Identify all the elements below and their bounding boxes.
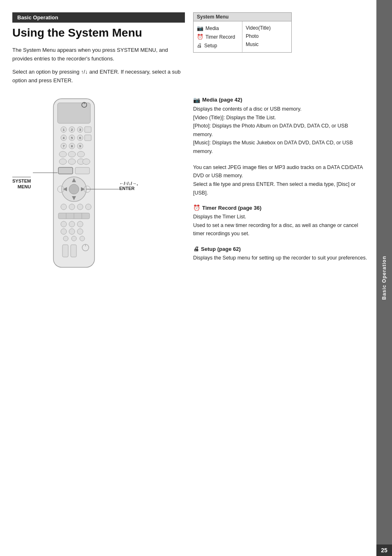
- svg-rect-59: [62, 245, 68, 257]
- svg-text:8: 8: [71, 144, 73, 148]
- svg-text:7: 7: [63, 144, 65, 148]
- right-column: System Menu 📷 Media ⏰ Timer Record: [193, 12, 368, 90]
- svg-text:4: 4: [63, 136, 65, 140]
- svg-text:9: 9: [79, 144, 81, 148]
- intro-paragraph2: Select an option by pressing ↑/↓ and ENT…: [12, 68, 185, 85]
- remote-control-svg: 1 2 3 4 5 6: [33, 97, 115, 269]
- remote-with-labels: SYSTEMMENU: [12, 97, 185, 271]
- desc-media: 📷 Media (page 42) Displays the contents …: [193, 97, 368, 156]
- section-header: Basic Operation: [12, 12, 185, 23]
- desc-setup-heading: 🖨 Setup (page 62): [193, 246, 368, 252]
- svg-point-58: [80, 236, 85, 241]
- svg-text:6: 6: [79, 136, 81, 140]
- remote-section: SYSTEMMENU: [12, 97, 185, 271]
- system-menu-label-area: SYSTEMMENU: [12, 177, 31, 190]
- svg-text:5: 5: [71, 136, 73, 140]
- desc-setup-body: Displays the Setup menu for setting up t…: [193, 254, 368, 262]
- system-menu-title: System Menu: [194, 13, 291, 21]
- middle-section: SYSTEMMENU: [12, 97, 368, 271]
- menu-item-timer: ⏰ Timer Record: [194, 32, 242, 41]
- sub-item-photo: Photo: [242, 32, 291, 40]
- desc-media-heading-text: Media (page 42): [202, 97, 242, 103]
- top-section: Basic Operation Using the System Menu Th…: [12, 12, 368, 90]
- system-menu-label: SYSTEMMENU: [12, 177, 31, 190]
- timer-icon: ⏰: [197, 34, 203, 40]
- desc-setup: 🖨 Setup (page 62) Displays the Setup men…: [193, 246, 368, 262]
- svg-rect-32: [75, 167, 90, 174]
- svg-rect-33: [58, 167, 73, 174]
- left-column: Basic Operation Using the System Menu Th…: [12, 12, 185, 90]
- svg-point-25: [68, 151, 76, 157]
- svg-point-44: [77, 204, 83, 210]
- svg-point-54: [69, 229, 75, 234]
- desc-setup-icon: 🖨: [193, 246, 199, 252]
- system-menu-left: 📷 Media ⏰ Timer Record 🖨 Setup: [194, 21, 242, 52]
- sidebar-label: Basic Operation: [381, 256, 387, 300]
- svg-point-28: [68, 159, 76, 164]
- svg-point-30: [83, 159, 90, 164]
- desc-media-body: Displays the contents of a disc or USB m…: [193, 105, 368, 156]
- svg-point-43: [69, 204, 75, 210]
- svg-point-51: [69, 221, 75, 227]
- enter-arrow-label: ←/↑/↓/→,ENTER: [119, 181, 138, 191]
- menu-item-timer-label: Timer Record: [205, 34, 235, 40]
- system-menu-table: System Menu 📷 Media ⏰ Timer Record: [193, 12, 292, 53]
- menu-item-setup-label: Setup: [204, 43, 217, 49]
- desc-timer-icon: ⏰: [193, 204, 200, 211]
- desc-timer: ⏰ Timer Record (page 36) Displays the Ti…: [193, 204, 368, 238]
- main-content: Basic Operation Using the System Menu Th…: [0, 0, 376, 556]
- menu-item-setup: 🖨 Setup: [194, 41, 242, 50]
- descriptions-section: 📷 Media (page 42) Displays the contents …: [193, 97, 368, 271]
- svg-point-55: [77, 229, 83, 234]
- svg-point-53: [61, 229, 67, 234]
- page-container: Basic Operation Using the System Menu Th…: [0, 0, 392, 556]
- svg-point-56: [63, 236, 68, 241]
- desc-jpeg-mp3: You can select JPEG image files or MP3 a…: [193, 163, 368, 197]
- svg-point-57: [71, 236, 76, 241]
- svg-rect-17: [85, 135, 91, 141]
- intro-paragraph1: The System Menu appears when you press S…: [12, 46, 185, 63]
- svg-point-45: [85, 204, 91, 210]
- page-title: Using the System Menu: [12, 27, 185, 39]
- sub-item-music: Music: [242, 40, 291, 49]
- remote-svg-wrapper: 1 2 3 4 5 6: [33, 97, 115, 271]
- desc-jpeg-body: You can select JPEG image files or MP3 a…: [193, 163, 368, 197]
- setup-icon: 🖨: [197, 42, 202, 49]
- svg-point-42: [61, 204, 67, 210]
- svg-point-35: [69, 184, 79, 194]
- desc-setup-heading-text: Setup (page 62): [201, 246, 241, 252]
- system-menu-right: Video(Title) Photo Music: [242, 21, 291, 52]
- svg-rect-1: [58, 103, 90, 123]
- menu-item-media-label: Media: [205, 25, 219, 31]
- desc-timer-body: Displays the Timer List. Used to set a n…: [193, 213, 368, 238]
- svg-point-24: [59, 151, 67, 157]
- svg-point-27: [59, 159, 67, 164]
- right-sidebar: Basic Operation 25: [376, 0, 392, 556]
- page-number: 25: [376, 544, 392, 556]
- svg-point-52: [77, 221, 83, 227]
- desc-timer-heading: ⏰ Timer Record (page 36): [193, 204, 368, 211]
- system-menu-line: [33, 171, 58, 175]
- svg-text:2: 2: [71, 128, 73, 132]
- desc-timer-heading-text: Timer Record (page 36): [202, 205, 261, 211]
- arrow-line: [86, 185, 121, 193]
- menu-item-media: 📷 Media: [194, 24, 242, 32]
- sub-item-video: Video(Title): [242, 24, 291, 32]
- system-menu-body: 📷 Media ⏰ Timer Record 🖨 Setup: [194, 21, 291, 52]
- media-icon: 📷: [197, 25, 203, 31]
- desc-media-heading: 📷 Media (page 42): [193, 97, 368, 103]
- svg-rect-60: [71, 245, 76, 257]
- svg-text:3: 3: [79, 128, 81, 132]
- svg-point-26: [77, 151, 85, 157]
- svg-text:1: 1: [63, 128, 65, 132]
- svg-rect-10: [85, 127, 91, 132]
- svg-point-50: [61, 221, 67, 227]
- desc-media-icon: 📷: [193, 97, 200, 103]
